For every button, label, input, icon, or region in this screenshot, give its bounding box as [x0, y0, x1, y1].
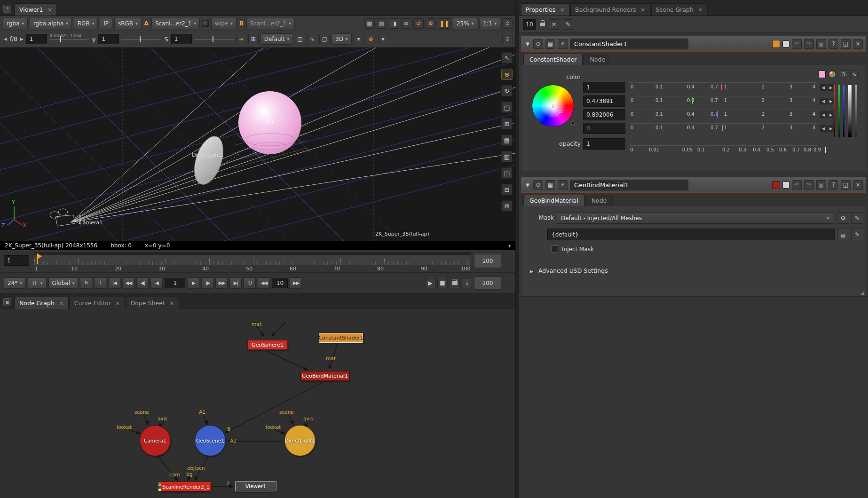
undo-icon[interactable]: ↶ — [792, 180, 802, 190]
list-picker-icon[interactable]: ▤ — [837, 229, 849, 240]
mask-dropdown[interactable]: Default - Injected/All Meshes ▾ — [557, 212, 833, 224]
proxy-ratio-dropdown[interactable]: 1:1▾ — [479, 18, 500, 29]
b-input-dropdown[interactable]: Scanl...er2_1▾ — [246, 18, 295, 29]
postage-stamp-checkbox[interactable] — [782, 40, 789, 47]
fstop-decrease-icon[interactable]: ◀ — [3, 37, 8, 41]
channels-dropdown[interactable]: rgba▾ — [3, 18, 28, 29]
play-backward-button[interactable]: ◀ — [150, 277, 163, 289]
wipe-mode-icon[interactable]: ▨ — [377, 18, 387, 29]
expose-icon[interactable]: ⚡ — [558, 39, 568, 49]
gray-strip[interactable] — [855, 85, 857, 137]
animation-curve-icon[interactable]: ∿ — [850, 71, 859, 78]
refresh-icon[interactable]: ↺ — [413, 18, 424, 29]
channel-count-button[interactable]: 3 — [840, 71, 847, 78]
tab-geobindmaterial[interactable]: GeoBindMaterial — [523, 195, 584, 206]
nudge-right-icon[interactable]: ▶ — [828, 84, 834, 91]
viewer-3d-viewport[interactable]: 0.1 DirectLight1 Camera1 2K_Super_35(ful… — [0, 47, 515, 241]
lock-range-icon[interactable] — [450, 278, 460, 288]
node-color-swatch[interactable] — [772, 40, 780, 48]
advanced-settings-expander-icon[interactable]: ▶ — [530, 269, 533, 274]
center-node-icon[interactable]: ⊙ — [533, 180, 543, 190]
zoom-dropdown[interactable]: 25%▾ — [453, 18, 477, 29]
slider-nudge[interactable]: ◀▶ — [820, 98, 834, 104]
view-mode-dropdown[interactable]: 3D▾ — [331, 33, 351, 45]
color-red-slider[interactable]: 00.10.40.71234 ◀▶ — [629, 84, 837, 92]
tab-curve-editor[interactable]: Curve Editor × — [70, 297, 125, 309]
step-forward-button[interactable]: |▶ — [201, 277, 213, 289]
tmi-strips[interactable] — [834, 85, 857, 137]
goto-start-button[interactable]: |◀ — [108, 277, 120, 289]
slider-nudge[interactable]: ◀▶ — [820, 84, 834, 91]
select-tool-icon[interactable]: ↖ — [501, 52, 513, 63]
histogram-icon[interactable]: ∿ — [307, 34, 317, 44]
out-point-button[interactable]: O — [244, 277, 256, 289]
node-name-field[interactable]: ConstantShader1 — [570, 39, 688, 49]
current-frame-marker[interactable] — [35, 253, 42, 265]
slider-handle[interactable] — [692, 97, 693, 104]
roi-icon[interactable]: ▢ — [319, 34, 330, 44]
viewer-menu-icon[interactable]: ≡ — [401, 18, 411, 29]
a-input-dropdown[interactable]: Scanl...er2_1▾ — [151, 18, 200, 29]
layer-dropdown[interactable]: rgba.alpha▾ — [30, 18, 72, 29]
redo-icon[interactable]: ↷ — [804, 39, 814, 49]
node-camera1[interactable]: Camera1 — [140, 425, 171, 456]
pane-menu-icon[interactable]: ≣ — [3, 5, 11, 13]
nudge-right-icon[interactable]: ▶ — [828, 98, 834, 104]
gain-field[interactable]: 1 — [26, 34, 47, 44]
green-strip[interactable] — [838, 85, 840, 137]
center-node-icon[interactable]: ⊙ — [533, 39, 543, 49]
toolbar-overflow-icon[interactable]: ⇕ — [502, 34, 513, 44]
postage-stamp-checkbox[interactable] — [782, 182, 789, 189]
float-panel-icon[interactable]: ◲ — [841, 39, 851, 49]
loop-mode-button[interactable]: ↻ — [80, 277, 92, 289]
lock-panels-icon[interactable] — [540, 23, 545, 26]
viewer-settings-icon[interactable]: ⚙ — [426, 18, 436, 29]
tab-properties[interactable]: Properties × — [521, 3, 569, 16]
redo-icon[interactable]: ↷ — [804, 180, 814, 190]
node-scanlinerender2-1[interactable]: ScanlineRender2_1 — [161, 482, 211, 491]
split-view-icon[interactable]: ◨ — [389, 18, 399, 29]
prev-keyframe-button[interactable]: ◀◀ — [122, 277, 134, 289]
node-constantshader1[interactable]: ConstantShader1 — [319, 333, 363, 343]
expose-icon[interactable]: ⚡ — [558, 180, 568, 190]
color-wheel[interactable]: + ▲ — [532, 85, 574, 127]
gamma-slider-handle[interactable] — [140, 36, 141, 42]
undo-icon[interactable]: ↶ — [792, 39, 802, 49]
input-process-toggle[interactable]: IP — [100, 18, 112, 29]
revert-icon[interactable]: ▣ — [816, 39, 826, 49]
gain-slider-handle[interactable] — [60, 36, 61, 42]
playback-end-display[interactable]: 100 — [474, 277, 501, 290]
collapse-panel-icon[interactable]: ▼ — [524, 41, 531, 47]
flipbook-icon[interactable]: ▶ — [425, 278, 435, 288]
wipe-center-icon[interactable] — [202, 20, 209, 27]
color-blue-slider[interactable]: 00.10.40.71234 ◀▶ — [629, 111, 837, 119]
close-icon[interactable]: × — [640, 8, 646, 12]
display-wireframe-icon[interactable]: ▤ — [501, 134, 513, 146]
axis-grid-icon[interactable]: ⊞ — [501, 118, 513, 129]
node-graph-canvas[interactable]: GeoSphere1 ConstantShader1 GeoBindMateri… — [0, 309, 515, 498]
next-keyframe-button[interactable]: ▶▶ — [215, 277, 228, 289]
toolbar-overflow-icon[interactable]: ⇕ — [502, 18, 513, 29]
color-green-field[interactable]: 0.473891 — [583, 95, 625, 107]
max-panels-field[interactable]: 10 — [523, 19, 536, 30]
scale-tool-icon[interactable]: ◰ — [501, 102, 513, 113]
saturation-field[interactable]: 1 — [171, 34, 192, 44]
tab-constantshader[interactable]: ConstantShader — [523, 54, 583, 65]
jump-forward-button[interactable]: ▶▶ — [290, 277, 302, 289]
range-end-display[interactable]: 100 — [474, 254, 501, 268]
range-start-input[interactable]: 1 — [4, 255, 29, 266]
close-icon[interactable]: × — [698, 8, 703, 12]
nudge-left-icon[interactable]: ◀ — [820, 84, 827, 91]
mask-expression-field[interactable]: {default} — [547, 229, 835, 240]
opacity-slider[interactable]: 00.010.050.10.20.30.40.50.60.70.80.91 — [629, 147, 837, 155]
tab-scene-graph[interactable]: Scene Graph × — [651, 3, 708, 16]
wipe-dropdown[interactable]: wipe▾ — [211, 18, 237, 29]
display-shaded-icon[interactable]: ▥ — [501, 151, 513, 162]
clear-all-panels-icon[interactable]: ✕ — [549, 19, 559, 30]
nudge-left-icon[interactable]: ◀ — [820, 111, 827, 118]
goto-end-button[interactable]: ▶| — [229, 277, 242, 289]
color-red-field[interactable]: 1 — [583, 82, 625, 93]
gamma-slider[interactable] — [121, 34, 161, 44]
luminance-strip[interactable] — [848, 85, 852, 137]
slider-nudge[interactable]: ◀▶ — [820, 111, 834, 118]
